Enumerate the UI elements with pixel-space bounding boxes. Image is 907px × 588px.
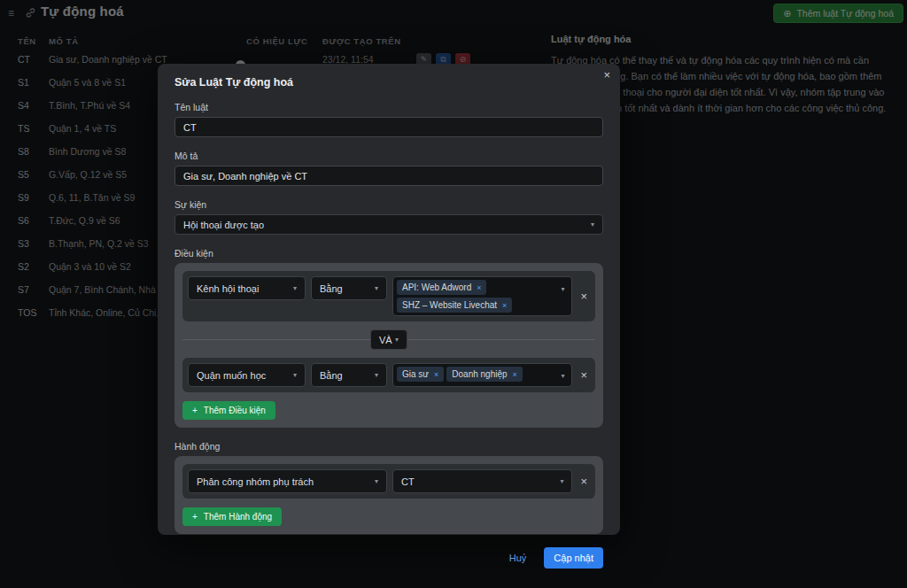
close-icon[interactable]: ×	[603, 68, 610, 81]
chevron-down-icon: ▾	[560, 477, 563, 485]
condition-field-value: Kênh hội thoại	[197, 283, 259, 294]
condition-row: Quận muốn học ▾ Bằng ▾ Gia sư × Doanh ng…	[182, 358, 595, 392]
modal-title: Sửa Luật Tự động hoá	[174, 76, 603, 89]
condition-operator-select[interactable]: Bằng ▾	[311, 363, 387, 387]
condition-operator-value: Bằng	[320, 283, 343, 294]
condition-field-select[interactable]: Kênh hội thoại ▾	[188, 276, 306, 300]
edit-rule-modal: × Sửa Luật Tự động hoá Tên luật Mô tả Sự…	[158, 64, 620, 535]
app-window: ≡ Tự động hoá ⊕ Thêm luật Tự động hoá TÊ…	[0, 0, 907, 588]
condition-field-value: Quận muốn học	[197, 370, 266, 381]
joiner-value: VÀ	[379, 335, 392, 345]
conditions-panel: Kênh hội thoại ▾ Bằng ▾ API: Web Adword …	[174, 263, 603, 428]
remove-tag-icon[interactable]: ×	[434, 370, 438, 379]
event-select-value: Hội thoại được tạo	[183, 220, 264, 230]
plus-icon: +	[192, 406, 198, 415]
chevron-down-icon: ▾	[375, 371, 378, 379]
condition-row: Kênh hội thoại ▾ Bằng ▾ API: Web Adword …	[182, 271, 595, 321]
remove-condition-icon[interactable]: ×	[578, 290, 590, 303]
action-type-value: Phân công nhóm phụ trách	[197, 476, 314, 487]
condition-field-select[interactable]: Quận muốn học ▾	[188, 363, 306, 387]
remove-tag-icon[interactable]: ×	[502, 301, 507, 310]
action-value: CT	[401, 476, 415, 487]
event-select[interactable]: Hội thoại được tạo ▾	[174, 214, 603, 235]
rule-description-input[interactable]	[174, 166, 603, 186]
modal-footer: Huỷ Cập nhật	[174, 547, 603, 569]
remove-tag-icon[interactable]: ×	[477, 283, 481, 292]
cancel-button[interactable]: Huỷ	[509, 553, 527, 563]
value-tag: Doanh nghiệp ×	[446, 367, 523, 382]
chevron-down-icon: ▾	[395, 336, 399, 344]
condition-joiner-row: VÀ ▾	[182, 329, 595, 350]
plus-icon: +	[192, 512, 198, 522]
add-condition-label: Thêm Điều kiện	[204, 406, 266, 415]
condition-values-multiselect[interactable]: Gia sư × Doanh nghiệp × ▾	[392, 363, 572, 387]
remove-action-icon[interactable]: ×	[578, 475, 590, 488]
value-tag-label: API: Web Adword	[402, 282, 471, 292]
remove-condition-icon[interactable]: ×	[578, 368, 590, 382]
condition-values-multiselect[interactable]: API: Web Adword × SHZ – Website Livechat…	[392, 276, 572, 316]
joiner-select[interactable]: VÀ ▾	[370, 329, 407, 350]
add-action-button[interactable]: + Thêm Hành động	[182, 507, 282, 526]
conditions-label: Điều kiện	[174, 248, 603, 259]
value-tag: Gia sư ×	[397, 367, 444, 382]
chevron-down-icon: ▾	[375, 477, 378, 485]
value-tag-label: Doanh nghiệp	[452, 369, 507, 379]
update-button[interactable]: Cập nhật	[544, 547, 603, 569]
event-label: Sự kiện	[174, 199, 603, 210]
chevron-down-icon: ▾	[561, 372, 564, 380]
chevron-down-icon: ▾	[293, 284, 297, 292]
actions-label: Hành động	[174, 441, 603, 452]
rule-description-label: Mô tả	[174, 151, 603, 161]
rule-name-label: Tên luật	[174, 102, 603, 112]
chevron-down-icon: ▾	[561, 285, 564, 293]
action-value-select[interactable]: CT ▾	[392, 469, 572, 493]
condition-operator-select[interactable]: Bằng ▾	[311, 276, 387, 300]
add-action-label: Thêm Hành động	[204, 512, 272, 522]
chevron-down-icon: ▾	[375, 284, 378, 292]
actions-panel: Phân công nhóm phụ trách ▾ CT ▾ × + Thêm…	[174, 456, 603, 534]
value-tag-label: Gia sư	[402, 369, 429, 379]
value-tag: API: Web Adword ×	[397, 280, 486, 295]
remove-tag-icon[interactable]: ×	[513, 370, 517, 379]
value-tag-label: SHZ – Website Livechat	[402, 300, 497, 310]
chevron-down-icon: ▾	[293, 371, 297, 379]
chevron-down-icon: ▾	[591, 220, 594, 228]
rule-name-input[interactable]	[174, 117, 603, 137]
action-row: Phân công nhóm phụ trách ▾ CT ▾ ×	[182, 464, 595, 499]
value-tag: SHZ – Website Livechat ×	[397, 298, 512, 313]
action-type-select[interactable]: Phân công nhóm phụ trách ▾	[188, 469, 387, 493]
condition-operator-value: Bằng	[320, 370, 343, 381]
add-condition-button[interactable]: + Thêm Điều kiện	[182, 401, 275, 420]
